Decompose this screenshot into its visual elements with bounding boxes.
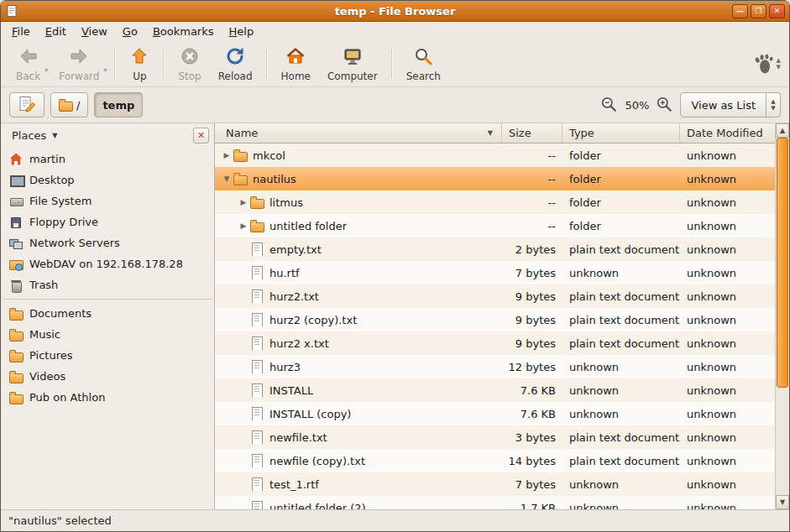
file-size: 7.6 KB: [502, 408, 562, 420]
folder-icon: [9, 349, 23, 362]
file-row-test-1-rtf[interactable]: test_1.rtf 7 bytes unknown unknown: [215, 472, 775, 496]
column-header-name[interactable]: Name ▼: [215, 123, 502, 143]
file-name: hurz3: [269, 361, 301, 373]
places-dropdown[interactable]: Places ▼: [4, 127, 65, 144]
zoom-in-button[interactable]: [656, 96, 674, 114]
scroll-down-icon[interactable]: ▼: [776, 495, 789, 509]
file-name: newfile.txt: [269, 431, 327, 444]
minimize-button[interactable]: —: [732, 4, 748, 18]
forward-history-dropdown[interactable]: ▾: [103, 55, 109, 74]
drive-icon: [9, 195, 23, 208]
folder-icon: [9, 328, 23, 342]
file-date-modified: unknown: [680, 196, 775, 209]
toolbar-overflow-arrows[interactable]: ▲▼: [775, 57, 782, 70]
file-icon: [250, 313, 264, 326]
forward-button[interactable]: Forward: [50, 43, 107, 85]
computer-button[interactable]: Computer: [319, 43, 386, 85]
file-row-install[interactable]: INSTALL 7.6 KB unknown unknown: [215, 378, 775, 402]
file-row-hurz2-x-txt[interactable]: hurz2 x.txt 9 bytes plain text document …: [215, 331, 775, 355]
sidebar-item-pictures[interactable]: Pictures: [1, 345, 214, 366]
file-row-empty-txt[interactable]: empty.txt 2 bytes plain text document un…: [215, 237, 775, 261]
home-button[interactable]: Home: [273, 43, 319, 85]
sidebar-item-pub-on-athlon[interactable]: Pub on Athlon: [1, 387, 214, 408]
file-size: 9 bytes: [502, 290, 562, 303]
view-mode-stepper-icon[interactable]: ▲▼: [766, 93, 780, 117]
scrollbar-track[interactable]: [776, 138, 789, 495]
home-icon: [285, 46, 306, 69]
window-menu-icon[interactable]: [5, 4, 18, 18]
forward-arrow-icon: [69, 46, 89, 69]
chevron-down-icon: ▼: [52, 132, 57, 139]
file-row-hurz3[interactable]: hurz3 12 bytes unknown unknown: [215, 355, 775, 378]
file-type: plain text document: [562, 431, 680, 444]
menu-bookmarks[interactable]: Bookmarks: [145, 23, 222, 40]
file-row-untitled-folder[interactable]: ▶ untitled folder -- folder unknown: [215, 214, 775, 237]
file-date-modified: unknown: [680, 431, 775, 444]
sidebar-item-videos[interactable]: Videos: [1, 366, 214, 387]
sidebar-item-music[interactable]: Music: [1, 324, 214, 345]
file-row-untitled-folder-2[interactable]: untitled folder (2) 1.7 KB unknown unkno…: [215, 496, 775, 509]
sidebar-item-desktop[interactable]: Desktop: [1, 170, 214, 190]
file-row-install-copy[interactable]: INSTALL (copy) 7.6 KB unknown unknown: [215, 402, 775, 425]
search-button[interactable]: Search: [398, 43, 449, 85]
column-header-date-modified[interactable]: Date Modified: [680, 123, 775, 143]
column-header-type[interactable]: Type: [562, 123, 680, 143]
file-row-mkcol[interactable]: ▶ mkcol -- folder unknown: [215, 143, 775, 167]
column-header-size[interactable]: Size: [502, 123, 562, 143]
sidebar-item-network-servers[interactable]: Network Servers: [1, 232, 214, 253]
file-icon: [250, 243, 264, 256]
expander-icon[interactable]: ▶: [237, 198, 250, 206]
file-type: unknown: [562, 361, 680, 373]
file-date-modified: unknown: [680, 314, 775, 326]
file-row-litmus[interactable]: ▶ litmus -- folder unknown: [215, 190, 775, 214]
file-row-newfile-copy-txt[interactable]: newfile (copy).txt 14 bytes plain text d…: [215, 449, 775, 472]
menu-file[interactable]: File: [4, 23, 38, 40]
expander-icon[interactable]: ▶: [220, 151, 233, 159]
view-mode-select[interactable]: View as List ▲▼: [680, 92, 781, 117]
file-name: hurz2 x.txt: [269, 337, 329, 350]
statusbar: "nautilus" selected: [1, 509, 789, 531]
file-row-hurz2-txt[interactable]: hurz2.txt 9 bytes plain text document un…: [215, 284, 775, 308]
sidebar-item-webdav-on-192-168-178-28[interactable]: WebDAV on 192.168.178.28: [1, 253, 214, 274]
sidebar-item-floppy-drive[interactable]: Floppy Drive: [1, 211, 214, 232]
path-button-temp[interactable]: temp: [94, 92, 143, 117]
edit-location-button[interactable]: [9, 92, 44, 117]
file-row-hurz2-copy-txt[interactable]: hurz2 (copy).txt 9 bytes plain text docu…: [215, 308, 775, 331]
zoom-out-button[interactable]: [600, 96, 619, 114]
up-button[interactable]: Up: [121, 43, 158, 85]
back-arrow-icon: [18, 46, 39, 69]
expander-icon[interactable]: ▼: [220, 175, 233, 183]
file-row-hu-rtf[interactable]: hu.rtf 7 bytes unknown unknown: [215, 261, 775, 284]
network-icon: [9, 237, 23, 250]
sidebar-item-documents[interactable]: Documents: [1, 303, 214, 324]
file-row-nautilus[interactable]: ▼ nautilus -- folder unknown: [215, 167, 775, 190]
sidebar-close-button[interactable]: ✕: [193, 128, 209, 143]
vertical-scrollbar[interactable]: ▲ ▼: [775, 123, 789, 509]
computer-icon: [343, 46, 363, 69]
menu-help[interactable]: Help: [222, 23, 262, 40]
toolbar-separator: [391, 49, 393, 79]
stop-button[interactable]: Stop: [170, 43, 209, 85]
sidebar-item-file-system[interactable]: File System: [1, 190, 214, 211]
menu-go[interactable]: Go: [115, 23, 145, 40]
gnome-foot-icon[interactable]: [753, 53, 775, 75]
close-button[interactable]: ✕: [769, 4, 785, 18]
titlebar[interactable]: temp - File Browser — ❐ ✕: [1, 1, 789, 22]
menu-edit[interactable]: Edit: [38, 23, 74, 40]
file-size: 12 bytes: [502, 361, 562, 373]
file-size: 14 bytes: [502, 455, 562, 467]
sidebar-item-trash[interactable]: Trash: [1, 274, 214, 295]
reload-button[interactable]: Reload: [210, 43, 261, 85]
back-history-dropdown[interactable]: ▾: [44, 55, 50, 74]
maximize-button[interactable]: ❐: [751, 4, 766, 18]
scrollbar-thumb[interactable]: [777, 138, 788, 388]
file-row-newfile-txt[interactable]: newfile.txt 3 bytes plain text document …: [215, 425, 775, 449]
file-date-modified: unknown: [680, 267, 775, 279]
back-button[interactable]: Back: [8, 43, 49, 85]
sidebar-item-martin[interactable]: martin: [1, 149, 214, 170]
expander-icon[interactable]: ▶: [237, 222, 250, 230]
scroll-up-icon[interactable]: ▲: [776, 123, 789, 138]
path-button-root[interactable]: /: [50, 92, 88, 117]
menu-view[interactable]: View: [74, 23, 115, 40]
toolbar-separator: [114, 49, 116, 79]
